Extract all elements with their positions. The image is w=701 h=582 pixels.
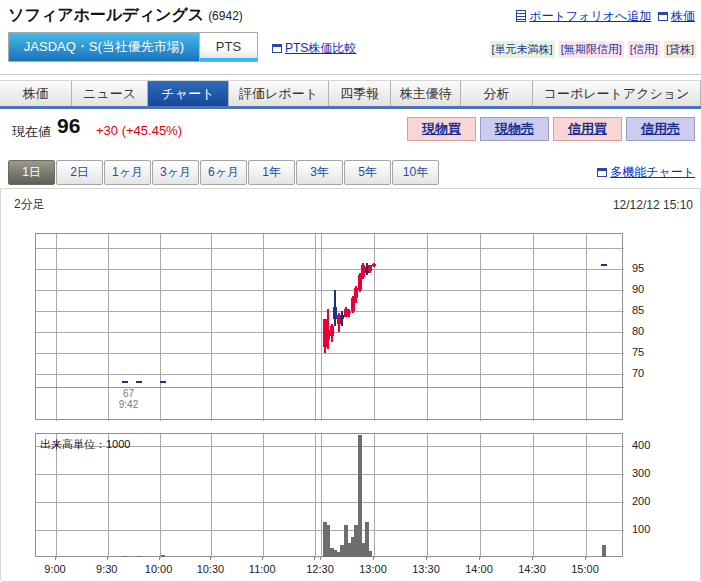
x-axis-label: 13:00 (353, 563, 393, 575)
grid-line-vertical (160, 234, 161, 421)
period-tab-3ヶ月[interactable]: 3ヶ月 (152, 160, 199, 185)
main-nav-tabs: 株価ニュースチャート評価レポート四季報株主優待分析コーポレートアクション (0, 80, 701, 106)
period-tab-10年[interactable]: 10年 (392, 160, 439, 185)
price-change: +30 (+45.45%) (96, 123, 182, 138)
volume-bar (358, 435, 362, 557)
x-axis-tick (532, 557, 533, 560)
x-axis-label: 11:00 (242, 563, 282, 575)
volume-axis-label: 400 (632, 439, 650, 451)
x-axis-label: 14:30 (512, 563, 552, 575)
period-tab-2日[interactable]: 2日 (56, 160, 103, 185)
stock-detail-page: ソフィアホールディングス(6942) ポートフォリオへ追加 株価 JASDAQ・… (0, 0, 701, 582)
x-axis-label: 9:30 (87, 563, 127, 575)
grid-line-vertical (56, 434, 57, 558)
x-axis-tick (55, 557, 56, 560)
x-axis-label: 15:00 (565, 563, 605, 575)
candle (368, 265, 372, 271)
period-tab-3年[interactable]: 3年 (296, 160, 343, 185)
trade-dash-mark (122, 381, 128, 383)
nav-tab-4[interactable]: 評価レポート (229, 81, 329, 107)
volume-bar (161, 555, 165, 557)
grid-line-vertical (427, 434, 428, 558)
x-axis-tick (262, 557, 263, 560)
x-axis-tick (320, 557, 321, 560)
x-axis-label: 14:00 (459, 563, 499, 575)
day-low-time-annotation: 9:42 (109, 399, 149, 410)
window-icon (597, 168, 607, 177)
x-axis-label: 9:00 (35, 563, 75, 575)
volume-bar (137, 556, 141, 557)
x-axis-label: 13:30 (406, 563, 446, 575)
grid-line-vertical (108, 434, 109, 558)
window-icon (658, 12, 668, 21)
x-axis-tick (159, 557, 160, 560)
grid-line-vertical (480, 434, 481, 558)
grid-line-horizontal (36, 290, 624, 291)
x-axis-label: 12:30 (300, 563, 340, 575)
nav-tab-6[interactable]: 株主優待 (391, 81, 461, 107)
interval-label: 2分足 (14, 196, 45, 213)
grid-line-vertical (315, 434, 316, 558)
volume-axis-label: 100 (632, 523, 650, 535)
current-price-label: 現在値 (12, 123, 51, 141)
margin-tag[interactable]: [貸株] (664, 41, 696, 58)
price-axis-label: 85 (632, 304, 644, 316)
period-tab-1年[interactable]: 1年 (248, 160, 295, 185)
grid-line-horizontal (36, 311, 624, 312)
trade-button[interactable]: 現物売 (480, 117, 549, 141)
margin-tag[interactable]: [無期限信用] (559, 41, 624, 58)
grid-line-vertical (263, 434, 264, 558)
period-tab-1ヶ月[interactable]: 1ヶ月 (104, 160, 151, 185)
x-axis-tick (210, 557, 211, 560)
grid-line-vertical (480, 234, 481, 421)
day-low-price-annotation: 67 (109, 388, 149, 399)
nav-tab-2[interactable]: ニュース (72, 81, 148, 107)
nav-tab-5[interactable]: 四季報 (329, 81, 391, 107)
trade-button[interactable]: 現物買 (407, 117, 476, 141)
market-tab-jasdaq[interactable]: JASDAQ・S(当社優先市場) (9, 33, 199, 61)
market-tab-group: JASDAQ・S(当社優先市場) PTS (8, 32, 258, 62)
pts-compare: PTS株価比較 (272, 40, 356, 57)
grid-line-horizontal (36, 374, 624, 375)
period-tab-5年[interactable]: 5年 (344, 160, 391, 185)
candle (330, 326, 334, 337)
header-links: ポートフォリオへ追加 株価 (516, 8, 695, 25)
x-axis-tick (426, 557, 427, 560)
grid-line-vertical (160, 434, 161, 558)
margin-tag[interactable]: [信用] (628, 41, 660, 58)
margin-tag-row: [単元未満株][無期限信用][信用][貸株] (486, 41, 697, 58)
margin-tag[interactable]: [単元未満株] (490, 41, 555, 58)
grid-line-vertical (374, 434, 375, 558)
nav-tab-7[interactable]: 分析 (461, 81, 533, 107)
grid-line-vertical (315, 234, 316, 421)
market-tab-pts[interactable]: PTS (199, 33, 257, 61)
period-tab-6ヶ月[interactable]: 6ヶ月 (200, 160, 247, 185)
grid-line-horizontal (36, 269, 624, 270)
multi-chart-link[interactable]: 多機能チャート (610, 165, 695, 179)
price-axis-label: 80 (632, 325, 644, 337)
price-axis-label: 90 (632, 283, 644, 295)
trade-button[interactable]: 信用買 (553, 117, 622, 141)
volume-unit-label: 出来高単位：1000 (40, 437, 130, 452)
x-axis-tick (107, 557, 108, 560)
nav-tab-8[interactable]: コーポレートアクション (533, 81, 701, 107)
grid-line-vertical (263, 234, 264, 421)
nav-tab-3[interactable]: チャート (148, 81, 229, 107)
trade-button[interactable]: 信用売 (626, 117, 695, 141)
period-tab-row: 1日2日1ヶ月3ヶ月6ヶ月1年3年5年10年 (8, 160, 440, 185)
quote-page-link[interactable]: 株価 (671, 9, 695, 23)
volume-bar (368, 551, 372, 557)
nav-tab-1[interactable]: 株価 (0, 81, 72, 107)
period-tab-1日[interactable]: 1日 (8, 160, 55, 185)
portfolio-add-link[interactable]: ポートフォリオへ追加 (529, 9, 651, 23)
separator (0, 74, 701, 75)
grid-line-horizontal (36, 474, 624, 475)
trade-dash-mark (160, 381, 166, 383)
pts-compare-link[interactable]: PTS株価比較 (285, 41, 356, 55)
grid-line-horizontal (36, 353, 624, 354)
grid-line-vertical (211, 234, 212, 421)
grid-line-vertical (427, 234, 428, 421)
portfolio-icon (516, 10, 526, 22)
grid-line-vertical (56, 234, 57, 421)
x-axis-label: 10:00 (139, 563, 179, 575)
